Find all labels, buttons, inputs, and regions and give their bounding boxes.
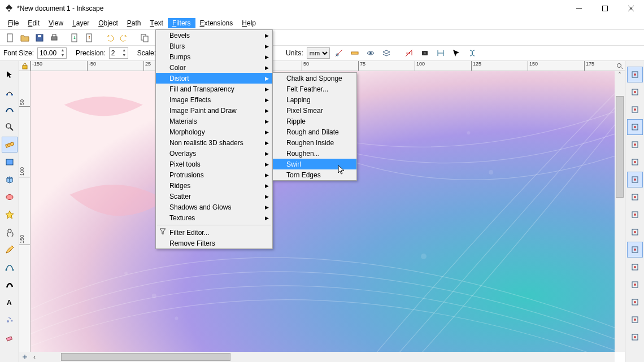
font-size-input[interactable]: ▲▼ <box>37 47 67 59</box>
new-button[interactable] <box>3 31 17 45</box>
distort-item-ripple[interactable]: Ripple <box>273 116 356 127</box>
filters-item-color[interactable]: Color▶ <box>156 62 272 73</box>
minimize-button[interactable] <box>566 0 592 17</box>
filters-item-ridges[interactable]: Ridges▶ <box>156 180 272 191</box>
ruler-lock-icon[interactable] <box>19 61 31 71</box>
precision-input[interactable]: ▲▼ <box>109 47 128 59</box>
horizontal-ruler[interactable]: -150-50255075100125150175 <box>31 61 615 71</box>
snap-mid-button[interactable] <box>627 207 643 223</box>
filters-item-shadows-and-glows[interactable]: Shadows and Glows▶ <box>156 202 272 212</box>
filters-item-image-paint-and-draw[interactable]: Image Paint and Draw▶ <box>156 105 272 116</box>
filters-item-scatter[interactable]: Scatter▶ <box>156 191 272 202</box>
filters-item-bumps[interactable]: Bumps▶ <box>156 51 272 62</box>
snap-cusp-button[interactable] <box>627 154 643 170</box>
import-button[interactable] <box>68 31 81 45</box>
filters-item-blurs[interactable]: Blurs▶ <box>156 41 272 51</box>
ellipse-tool[interactable] <box>2 189 18 205</box>
filters-item-image-effects[interactable]: Image Effects▶ <box>156 94 272 105</box>
distort-item-swirl[interactable]: Swirl <box>273 159 356 169</box>
pencil-tool[interactable] <box>2 242 18 258</box>
spray-tool[interactable] <box>2 312 18 328</box>
text-tool[interactable]: A <box>2 294 18 310</box>
filters-item-non-realistic-3d-shaders[interactable]: Non realistic 3D shaders▶ <box>156 137 272 148</box>
filters-item-overlays[interactable]: Overlays▶ <box>156 148 272 159</box>
menu-file[interactable]: File <box>3 18 23 28</box>
snap-line-button[interactable] <box>627 189 643 205</box>
units-select[interactable]: mm <box>307 47 330 59</box>
snap-inter-button[interactable] <box>627 137 643 152</box>
distort-item-roughen-[interactable]: Roughen... <box>273 148 356 159</box>
menu-layer[interactable]: Layer <box>68 18 94 28</box>
filters-item-fill-and-transparency[interactable]: Fill and Transparency▶ <box>156 84 272 94</box>
vertical-ruler[interactable]: 50100150 <box>19 71 31 352</box>
measure-tool[interactable] <box>2 137 18 152</box>
sculpt-tool[interactable] <box>2 102 18 117</box>
menu-text[interactable]: Text <box>146 18 168 28</box>
zoom-tool[interactable] <box>2 119 18 135</box>
distort-item-felt-feather-[interactable]: Felt Feather... <box>273 84 356 94</box>
distort-item-chalk-and-sponge[interactable]: Chalk and Sponge <box>273 73 356 84</box>
snap-smooth-button[interactable] <box>627 172 643 187</box>
snap-grid-button[interactable] <box>627 312 643 328</box>
copy-button[interactable] <box>138 31 151 45</box>
measure-all-layers-button[interactable] <box>380 46 393 60</box>
filter-editor[interactable]: Filter Editor... <box>156 227 272 238</box>
menu-view[interactable]: View <box>44 18 68 28</box>
filters-item-distort[interactable]: Distort▶ <box>156 73 272 84</box>
menu-filters[interactable]: Filters <box>168 18 195 28</box>
menu-path[interactable]: Path <box>123 18 146 28</box>
snap-obj-button[interactable] <box>627 242 643 258</box>
node-tool[interactable] <box>2 84 18 100</box>
calligraphy-tool[interactable] <box>2 277 18 293</box>
menu-extensions[interactable]: Extensions <box>195 18 238 28</box>
snap-button[interactable] <box>627 67 643 82</box>
spiral-tool[interactable] <box>2 224 18 240</box>
horizontal-scrollbar[interactable]: ‹ <box>31 352 615 362</box>
filters-item-bevels[interactable]: Bevels▶ <box>156 30 272 41</box>
distort-item-pixel-smear[interactable]: Pixel Smear <box>273 105 356 116</box>
export-button[interactable] <box>82 31 96 45</box>
filters-item-textures[interactable]: Textures▶ <box>156 212 272 223</box>
distort-item-torn-edges[interactable]: Torn Edges <box>273 169 356 180</box>
distort-item-lapping[interactable]: Lapping <box>273 94 356 105</box>
redo-button[interactable] <box>118 31 131 45</box>
rect-tool[interactable] <box>2 154 18 170</box>
measure-hidden-button[interactable] <box>364 46 377 60</box>
snap-center-button[interactable] <box>627 224 643 240</box>
measure-ignore-button[interactable] <box>332 46 346 60</box>
menu-help[interactable]: Help <box>237 18 260 28</box>
snap-path-button[interactable] <box>627 119 643 135</box>
zoom-icon[interactable] <box>615 61 625 71</box>
eraser-tool[interactable] <box>2 329 18 345</box>
to-phantom-button[interactable] <box>418 46 432 60</box>
bezier-tool[interactable] <box>2 259 18 275</box>
mark-dim-button[interactable] <box>465 46 479 60</box>
print-button[interactable] <box>47 31 61 45</box>
undo-button[interactable] <box>103 31 116 45</box>
snap-bbox-button[interactable] <box>627 102 643 117</box>
snap-text-button[interactable] <box>627 294 643 310</box>
to-item-button[interactable] <box>450 46 463 60</box>
to-guides-button[interactable] <box>434 46 447 60</box>
snap-page-button[interactable] <box>627 277 643 293</box>
filters-item-protrusions[interactable]: Protrusions▶ <box>156 169 272 180</box>
snap-guide-button[interactable] <box>627 329 643 345</box>
vertical-scrollbar[interactable]: ˄ <box>615 71 625 352</box>
pointer-tool[interactable] <box>2 67 18 82</box>
menu-edit[interactable]: Edit <box>23 18 44 28</box>
reverse-button[interactable] <box>402 46 416 60</box>
quick-zoom-icon[interactable] <box>19 352 31 362</box>
remove-filters[interactable]: Remove Filters <box>156 238 272 248</box>
save-button[interactable] <box>33 31 46 45</box>
open-button[interactable] <box>18 31 32 45</box>
distort-item-rough-and-dilate[interactable]: Rough and Dilate <box>273 127 356 137</box>
snap-node-button[interactable] <box>627 84 643 100</box>
measure-between-button[interactable] <box>348 46 362 60</box>
filters-item-pixel-tools[interactable]: Pixel tools▶ <box>156 159 272 169</box>
filters-item-morphology[interactable]: Morphology▶ <box>156 127 272 137</box>
3dbox-tool[interactable] <box>2 172 18 187</box>
menu-object[interactable]: Object <box>94 18 123 28</box>
filters-item-materials[interactable]: Materials▶ <box>156 116 272 127</box>
maximize-button[interactable] <box>592 0 618 17</box>
snap-rot-button[interactable] <box>627 259 643 275</box>
